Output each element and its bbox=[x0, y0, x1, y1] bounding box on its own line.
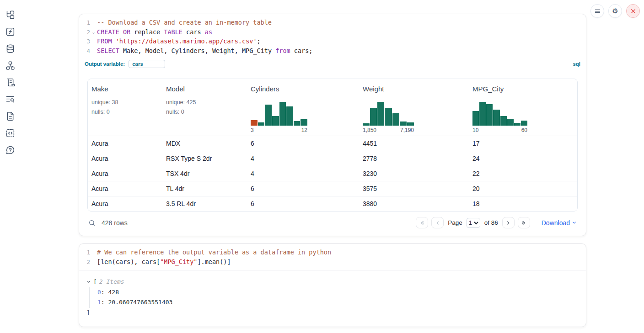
code-line[interactable]: 2⌄CREATE OR replace TABLE cars as bbox=[79, 28, 586, 37]
table-cell: 4 bbox=[247, 170, 359, 177]
table-cell: 20 bbox=[469, 185, 577, 192]
histogram-bar bbox=[377, 102, 384, 126]
histogram-bar bbox=[265, 105, 272, 126]
notebook: 1-- Download a CSV and create an in-memo… bbox=[79, 14, 586, 333]
column-name: Cylinders bbox=[251, 85, 355, 93]
next-page-button[interactable] bbox=[502, 217, 515, 228]
file-text-icon[interactable] bbox=[5, 111, 15, 121]
histogram-bar bbox=[472, 111, 479, 126]
code-text: -- Download a CSV and create an in-memor… bbox=[97, 18, 272, 28]
table-row: AcuraTSX 4dr4323022 bbox=[88, 166, 577, 181]
chevron-down-icon[interactable] bbox=[86, 280, 91, 284]
first-page-button[interactable] bbox=[416, 217, 428, 228]
code-line[interactable]: 4SELECT Make, Model, Cylinders, Weight, … bbox=[79, 47, 586, 56]
line-number: 2 bbox=[79, 28, 90, 37]
table-cell: 24 bbox=[469, 155, 577, 162]
table-cell: TSX 4dr bbox=[162, 170, 247, 177]
close-bracket: ] bbox=[86, 308, 579, 318]
histogram-bar bbox=[301, 119, 307, 126]
page-select[interactable]: 1 bbox=[467, 218, 480, 228]
table-cell: MDX bbox=[162, 140, 247, 147]
table-cell: 2778 bbox=[359, 155, 469, 162]
code-text: SELECT Make, Model, Cylinders, Weight, M… bbox=[97, 47, 312, 56]
sql-cell: 1-- Download a CSV and create an in-memo… bbox=[79, 14, 586, 236]
histogram-bar bbox=[370, 108, 377, 126]
histogram-bar bbox=[514, 123, 521, 126]
pagination: Page 1 of 86 Download bbox=[416, 217, 577, 228]
histogram-bar bbox=[392, 113, 399, 126]
download-label: Download bbox=[542, 219, 570, 227]
tree-item-value: : 428 bbox=[101, 289, 119, 296]
function-square-icon[interactable] bbox=[5, 26, 15, 37]
dependency-graph-icon[interactable] bbox=[5, 60, 15, 70]
hamburger-menu-icon[interactable] bbox=[590, 4, 604, 18]
axis-tick-label: 1,850 bbox=[363, 127, 376, 133]
text-search-icon[interactable] bbox=[5, 94, 15, 104]
tree-item-value: : 20.060747663551403 bbox=[101, 299, 173, 306]
axis-tick-label: 10 bbox=[472, 127, 478, 133]
column-name: Make bbox=[91, 85, 159, 93]
table-row: AcuraTL 4dr6357520 bbox=[88, 181, 577, 196]
column-header-cylinders[interactable]: Cylinders312 bbox=[247, 79, 359, 136]
histogram-bar bbox=[521, 121, 527, 126]
output-variable-input[interactable] bbox=[129, 60, 165, 68]
table-row: AcuraRSX Type S 2dr4277824 bbox=[88, 151, 577, 166]
column-name: MPG_City bbox=[472, 85, 574, 93]
previous-page-button[interactable] bbox=[431, 217, 444, 228]
line-number: 2 bbox=[79, 258, 90, 267]
last-page-button[interactable] bbox=[518, 217, 530, 228]
tree-items: 0: 4281: 20.060747663551403 bbox=[89, 287, 579, 308]
fold-spacer bbox=[90, 18, 97, 28]
code-text: [len(cars), cars["MPG_City"].mean()] bbox=[97, 258, 231, 267]
gear-icon[interactable]: ⚙ bbox=[608, 4, 622, 18]
table-row: Acura3.5 RL 4dr6388018 bbox=[88, 196, 577, 211]
fold-spacer bbox=[90, 37, 97, 47]
download-button[interactable]: Download bbox=[542, 219, 577, 227]
histogram-bar bbox=[272, 116, 279, 126]
column-header-make[interactable]: Makeunique: 38nulls: 0 bbox=[88, 79, 162, 136]
output-variable-label: Output variable: bbox=[85, 61, 125, 67]
table-cell: 6 bbox=[247, 200, 359, 207]
python-code-editor[interactable]: 1# We can reference the output variable … bbox=[79, 244, 586, 270]
column-header-weight[interactable]: Weight1,8507,190 bbox=[359, 79, 469, 136]
scroll-icon[interactable] bbox=[5, 77, 15, 87]
histogram-bar bbox=[258, 122, 265, 126]
column-histogram: 1,8507,190 bbox=[363, 102, 414, 133]
help-chat-icon[interactable] bbox=[5, 145, 15, 155]
file-tree-icon[interactable] bbox=[5, 10, 15, 20]
code-line[interactable]: 2[len(cars), cars["MPG_City"].mean()] bbox=[79, 258, 586, 267]
python-cell-output: [ 2 Items 0: 4281: 20.060747663551403 ] bbox=[79, 270, 586, 327]
search-icon[interactable] bbox=[88, 219, 96, 227]
code-line[interactable]: 1# We can reference the output variable … bbox=[79, 248, 586, 258]
language-badge[interactable]: sql bbox=[573, 61, 580, 67]
table-cell: RSX Type S 2dr bbox=[162, 155, 247, 162]
histogram-bar bbox=[286, 106, 293, 126]
code-line[interactable]: 3FROM 'https://datasets.marimo.app/cars.… bbox=[79, 37, 586, 47]
column-header-mpg_city[interactable]: MPG_City1060 bbox=[469, 79, 577, 136]
python-cell: 1# We can reference the output variable … bbox=[79, 243, 586, 327]
line-number: 4 bbox=[79, 47, 90, 56]
histogram-bar bbox=[493, 110, 499, 126]
column-name: Model bbox=[166, 85, 243, 93]
axis-tick-label: 7,190 bbox=[400, 127, 414, 133]
code-snippet-icon[interactable] bbox=[5, 128, 15, 138]
column-header-model[interactable]: Modelunique: 425nulls: 0 bbox=[162, 79, 247, 136]
table-cell: 3575 bbox=[359, 185, 469, 192]
table-header-row: Makeunique: 38nulls: 0Modelunique: 425nu… bbox=[88, 79, 577, 136]
chevron-down-icon bbox=[572, 220, 577, 225]
histogram-bar bbox=[363, 123, 370, 126]
open-bracket: [ bbox=[93, 277, 97, 287]
sql-code-editor[interactable]: 1-- Download a CSV and create an in-memo… bbox=[79, 14, 586, 59]
fold-chevron-icon[interactable]: ⌄ bbox=[90, 28, 97, 37]
database-icon[interactable] bbox=[5, 43, 15, 53]
table-cell: 3880 bbox=[359, 200, 469, 207]
code-text: FROM 'https://datasets.marimo.app/cars.c… bbox=[97, 37, 261, 47]
table-cell: Acura bbox=[88, 170, 162, 177]
tree-item: 0: 428 bbox=[97, 287, 579, 298]
axis-tick-label: 60 bbox=[521, 127, 527, 133]
close-x-icon[interactable] bbox=[626, 4, 640, 18]
table-cell: 22 bbox=[469, 170, 577, 177]
table-cell: 17 bbox=[469, 140, 577, 147]
column-stats: unique: 425nulls: 0 bbox=[166, 98, 243, 117]
code-line[interactable]: 1-- Download a CSV and create an in-memo… bbox=[79, 18, 586, 28]
